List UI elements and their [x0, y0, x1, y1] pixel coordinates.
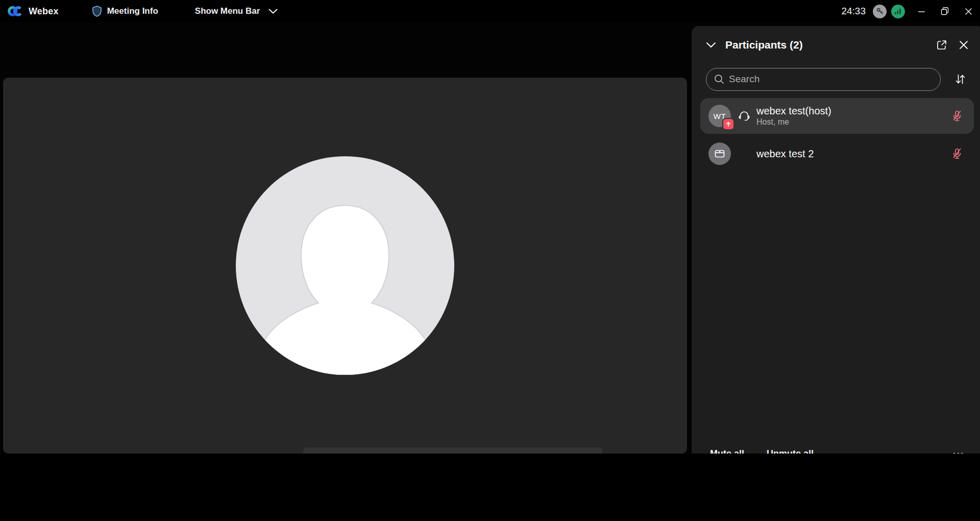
show-menu-bar-button[interactable]: Show Menu Bar [190, 3, 283, 19]
meeting-timer: 24:33 [841, 6, 866, 17]
headset-icon [737, 109, 751, 123]
avatar [708, 143, 731, 165]
participant-role: Host, me [756, 117, 945, 127]
chevron-down-icon [268, 9, 278, 14]
video-device-icon [713, 147, 726, 160]
sort-participants-button[interactable] [951, 70, 969, 88]
filmstrip-scrollbar[interactable] [303, 447, 602, 454]
connection-quality-indicator[interactable] [891, 5, 905, 18]
webex-meeting-window: Webex Meeting Info Show Menu Bar [0, 0, 980, 521]
close-panel-button[interactable] [957, 38, 971, 52]
participant-row-host[interactable]: WT webex test(host) [700, 98, 974, 134]
participants-panel-title: Participants (2) [725, 39, 803, 51]
close-icon [965, 8, 972, 15]
participant-muted-mic-icon[interactable] [950, 109, 964, 123]
signal-bars-icon [894, 8, 902, 15]
participant-name: webex test(host) [756, 105, 945, 117]
avatar: WT [708, 105, 731, 127]
participants-panel-header: Participants (2) [704, 35, 971, 55]
participant-search [706, 68, 941, 91]
active-speaker-video [3, 78, 687, 454]
meeting-controls-toolbar: CC Unmute [0, 454, 980, 521]
participant-name: webex test 2 [756, 148, 945, 160]
participants-panel: Participants (2) [692, 26, 980, 473]
collapse-panel-button[interactable] [704, 40, 718, 50]
titlebar: Webex Meeting Info Show Menu Bar [0, 0, 980, 22]
meeting-lock-indicator[interactable] [873, 5, 887, 18]
chevron-down-icon [706, 42, 716, 48]
search-icon [714, 74, 725, 87]
participant-muted-mic-icon[interactable] [950, 147, 964, 160]
key-icon [876, 7, 884, 15]
person-silhouette-icon [236, 156, 454, 375]
participant-row[interactable]: webex test 2 [700, 138, 974, 170]
show-menu-bar-label: Show Menu Bar [195, 6, 260, 16]
close-window-button[interactable] [957, 1, 980, 21]
meeting-info-label: Meeting Info [107, 6, 158, 16]
restore-window-button[interactable] [933, 1, 957, 21]
pop-out-panel-button[interactable] [934, 37, 949, 53]
sharing-badge-icon [722, 118, 734, 130]
close-icon [959, 40, 969, 50]
minimize-button[interactable] [910, 1, 933, 21]
app-title: Webex [29, 6, 59, 17]
pop-out-icon [936, 39, 947, 51]
search-input[interactable] [706, 68, 941, 91]
avatar [236, 156, 454, 375]
sort-arrows-icon [953, 73, 967, 86]
minimize-icon [918, 8, 925, 15]
webex-logo-icon [7, 4, 23, 18]
shield-icon [91, 5, 103, 17]
meeting-info-button[interactable]: Meeting Info [86, 2, 163, 20]
restore-icon [941, 7, 949, 15]
